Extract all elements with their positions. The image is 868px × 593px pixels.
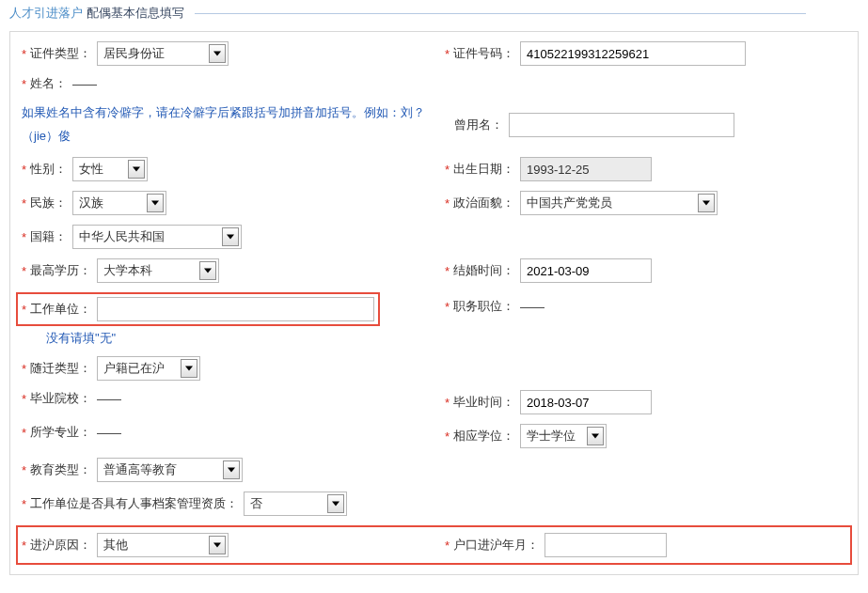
school-value: —— bbox=[97, 392, 121, 406]
education-select[interactable]: 大学本科 bbox=[97, 258, 219, 283]
marriage-date-input[interactable] bbox=[520, 258, 652, 283]
title-line bbox=[195, 13, 806, 14]
chevron-down-icon bbox=[327, 494, 344, 513]
required-marker: * bbox=[22, 230, 26, 244]
marriage-date-label: 结婚时间： bbox=[453, 262, 514, 279]
id-type-select[interactable]: 居民身份证 bbox=[97, 41, 229, 66]
required-marker: * bbox=[22, 163, 26, 177]
chevron-down-icon bbox=[222, 227, 239, 246]
required-marker: * bbox=[445, 264, 450, 278]
required-marker: * bbox=[445, 47, 450, 61]
id-type-label: 证件类型： bbox=[30, 45, 91, 62]
required-marker: * bbox=[445, 396, 450, 410]
required-marker: * bbox=[22, 303, 26, 317]
chevron-down-icon bbox=[209, 44, 226, 63]
reason-label: 进沪原因： bbox=[30, 537, 91, 554]
required-marker: * bbox=[445, 196, 450, 211]
required-marker: * bbox=[22, 538, 26, 553]
former-name-label: 曾用名： bbox=[454, 117, 503, 133]
edu-type-label: 教育类型： bbox=[30, 461, 91, 478]
work-unit-label: 工作单位： bbox=[30, 301, 91, 318]
chevron-down-icon bbox=[199, 261, 216, 280]
position-label: 职务职位： bbox=[453, 298, 514, 315]
birthdate-label: 出生日期： bbox=[453, 161, 514, 178]
name-value: —— bbox=[72, 77, 97, 91]
gender-label: 性别： bbox=[30, 161, 67, 178]
personnel-file-label: 工作单位是否具有人事档案管理资质： bbox=[30, 495, 238, 512]
chevron-down-icon bbox=[587, 427, 604, 445]
id-number-input[interactable] bbox=[520, 41, 746, 66]
work-unit-input[interactable] bbox=[97, 297, 374, 321]
chevron-down-icon bbox=[128, 160, 145, 179]
required-marker: * bbox=[22, 264, 26, 278]
section-title: 人才引进落户 配偶基本信息填写 bbox=[0, 0, 868, 26]
enter-shanghai-highlight: * 进沪原因： 其他 * 户口进沪年月： bbox=[16, 525, 852, 565]
nationality-select[interactable]: 中华人民共和国 bbox=[72, 225, 242, 249]
required-marker: * bbox=[22, 426, 26, 440]
title-subject: 配偶基本信息填写 bbox=[87, 6, 184, 20]
follow-type-label: 随迁类型： bbox=[30, 360, 91, 377]
required-marker: * bbox=[22, 362, 26, 376]
work-unit-hint: 没有请填"无" bbox=[46, 330, 116, 347]
ethnicity-select[interactable]: 汉族 bbox=[72, 191, 166, 215]
nationality-label: 国籍： bbox=[30, 228, 67, 245]
form-container: * 证件类型： 居民身份证 * 证件号码： * 姓名： —— 如果姓名中含有冷僻… bbox=[9, 31, 859, 575]
birthdate-input[interactable] bbox=[520, 157, 652, 181]
enter-date-label: 户口进沪年月： bbox=[453, 537, 539, 554]
major-value: —— bbox=[97, 426, 121, 440]
degree-label: 相应学位： bbox=[453, 428, 514, 445]
chevron-down-icon bbox=[209, 536, 226, 554]
id-number-label: 证件号码： bbox=[453, 45, 514, 62]
school-label: 毕业院校： bbox=[30, 390, 91, 407]
chevron-down-icon bbox=[698, 194, 715, 212]
degree-select[interactable]: 学士学位 bbox=[520, 424, 607, 448]
follow-type-select[interactable]: 户籍已在沪 bbox=[97, 356, 200, 381]
title-category: 人才引进落户 bbox=[9, 6, 83, 20]
required-marker: * bbox=[445, 429, 450, 444]
personnel-file-select[interactable]: 否 bbox=[244, 492, 347, 516]
required-marker: * bbox=[445, 163, 450, 177]
ethnicity-label: 民族： bbox=[30, 195, 67, 211]
required-marker: * bbox=[22, 196, 26, 211]
required-marker: * bbox=[445, 538, 450, 553]
chevron-down-icon bbox=[223, 460, 240, 479]
gender-select[interactable]: 女性 bbox=[72, 157, 148, 181]
former-name-input[interactable] bbox=[509, 113, 734, 137]
grad-date-label: 毕业时间： bbox=[453, 394, 514, 411]
grad-date-input[interactable] bbox=[520, 390, 652, 414]
enter-date-input[interactable] bbox=[544, 533, 667, 557]
required-marker: * bbox=[22, 463, 26, 477]
political-select[interactable]: 中国共产党党员 bbox=[520, 191, 718, 215]
reason-select[interactable]: 其他 bbox=[97, 533, 229, 557]
position-value: —— bbox=[520, 300, 544, 314]
chevron-down-icon bbox=[147, 194, 164, 212]
required-marker: * bbox=[22, 47, 26, 61]
name-label: 姓名： bbox=[30, 75, 67, 92]
major-label: 所学专业： bbox=[30, 424, 91, 441]
chevron-down-icon bbox=[181, 359, 197, 378]
edu-type-select[interactable]: 普通高等教育 bbox=[97, 458, 243, 482]
political-label: 政治面貌： bbox=[453, 195, 514, 211]
name-hint: 如果姓名中含有冷僻字，请在冷僻字后紧跟括号加拼音加括号。例如：刘？（jie）俊 bbox=[22, 101, 426, 148]
education-label: 最高学历： bbox=[30, 262, 91, 279]
required-marker: * bbox=[445, 300, 450, 314]
required-marker: * bbox=[22, 497, 26, 511]
work-unit-highlight: * 工作单位： bbox=[16, 292, 380, 326]
required-marker: * bbox=[22, 77, 26, 91]
required-marker: * bbox=[22, 392, 26, 406]
